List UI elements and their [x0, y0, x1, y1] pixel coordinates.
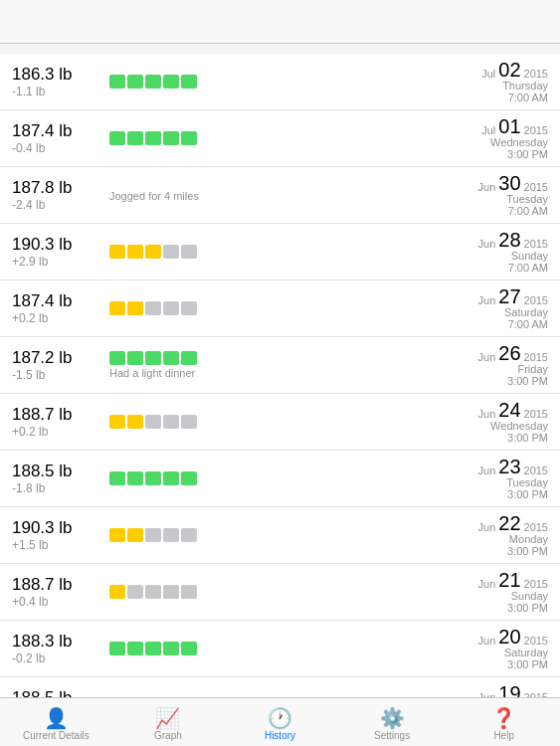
- help-icon: ❓: [491, 708, 516, 728]
- weight-delta: -0.2 lb: [12, 652, 101, 665]
- bar-segment: [163, 301, 179, 315]
- nav-bar: [0, 0, 560, 44]
- date-month: Jun: [478, 351, 496, 363]
- date-year: 2015: [524, 351, 548, 363]
- row-date: Jul012015Wednesday3:00 PM: [449, 116, 548, 160]
- weight-value: 188.5 lb: [12, 462, 101, 481]
- bar-segment: [109, 351, 125, 365]
- table-row[interactable]: 188.5 lb-1.8 lbJun232015Tuesday3:00 PM: [0, 451, 560, 507]
- weight-value: 190.3 lb: [12, 235, 101, 255]
- date-day: 28: [498, 230, 520, 250]
- tab-bar: 👤Current Details📈Graph🕐History⚙️Settings…: [0, 697, 560, 746]
- date-day: 20: [498, 627, 520, 647]
- bar-segment: [127, 415, 143, 429]
- bar-segment: [163, 585, 179, 599]
- row-date: Jun302015Tuesday7:00 AM: [449, 173, 548, 217]
- row-date: Jun192015Friday3:00 PM: [449, 683, 548, 697]
- bar-segment: [163, 351, 179, 365]
- date-time: 7:00 AM: [508, 205, 548, 217]
- table-row[interactable]: 187.4 lb-0.4 lbJul012015Wednesday3:00 PM: [0, 110, 560, 167]
- date-weekday: Wednesday: [490, 420, 548, 432]
- bar-segment: [127, 75, 143, 89]
- tab-label: Help: [493, 730, 514, 741]
- bar-segment: [109, 245, 125, 259]
- bar-chart: [109, 585, 197, 599]
- date-year: 2015: [524, 181, 548, 193]
- bar-segment: [145, 245, 161, 259]
- bar-segment: [145, 471, 161, 485]
- date-weekday: Sunday: [511, 590, 548, 602]
- row-date: Jun282015Sunday7:00 AM: [449, 230, 548, 274]
- bar-segment: [109, 415, 125, 429]
- date-month: Jun: [478, 578, 496, 590]
- weight-value: 188.5 lb: [12, 688, 101, 697]
- bar-segment: [145, 585, 161, 599]
- bar-segment: [127, 528, 143, 542]
- date-weekday: Monday: [509, 533, 548, 545]
- tab-item-current-details[interactable]: 👤Current Details: [0, 704, 112, 741]
- bar-segment: [127, 245, 143, 259]
- table-row[interactable]: 186.3 lb-1.1 lbJul022015Thursday7:00 AM: [0, 54, 560, 110]
- date-day: 22: [498, 513, 520, 533]
- graph-icon: 📈: [155, 708, 180, 728]
- table-row[interactable]: 188.5 lb-2.6 lbJun192015Friday3:00 PM: [0, 677, 560, 697]
- weight-delta: -1.5 lb: [12, 368, 101, 382]
- bar-segment: [127, 301, 143, 315]
- weight-value: 188.7 lb: [12, 575, 101, 595]
- weight-delta: +1.5 lb: [12, 538, 101, 552]
- tab-item-help[interactable]: ❓Help: [448, 704, 560, 741]
- tab-label: History: [265, 730, 295, 741]
- bar-segment: [181, 131, 197, 145]
- table-row[interactable]: 190.3 lb+2.9 lbJun282015Sunday7:00 AM: [0, 224, 560, 280]
- table-row[interactable]: 188.7 lb+0.2 lbJun242015Wednesday3:00 PM: [0, 394, 560, 451]
- bar-segment: [181, 415, 197, 429]
- weight-value: 186.3 lb: [12, 65, 101, 85]
- weight-delta: -1.8 lb: [12, 481, 101, 495]
- date-weekday: Wednesday: [490, 136, 548, 148]
- date-day: 27: [498, 286, 520, 306]
- date-time: 3:00 PM: [507, 658, 548, 670]
- date-day: 30: [498, 173, 520, 193]
- bar-segment: [181, 528, 197, 542]
- date-time: 3:00 PM: [507, 602, 548, 614]
- table-row[interactable]: 188.7 lb+0.4 lbJun212015Sunday3:00 PM: [0, 564, 560, 621]
- bar-segment: [109, 528, 125, 542]
- tab-item-history[interactable]: 🕐History: [224, 704, 336, 741]
- row-date: Jun232015Tuesday3:00 PM: [449, 457, 548, 500]
- tab-item-settings[interactable]: ⚙️Settings: [336, 704, 449, 741]
- row-note: Jogged for 4 miles: [109, 190, 199, 202]
- table-row[interactable]: 187.4 lb+0.2 lbJun272015Saturday7:00 AM: [0, 280, 560, 337]
- bar-segment: [163, 642, 179, 655]
- date-month: Jun: [478, 521, 496, 533]
- date-day: 26: [498, 343, 520, 363]
- date-year: 2015: [524, 238, 548, 250]
- tab-label: Graph: [154, 730, 182, 741]
- date-year: 2015: [524, 68, 548, 80]
- settings-icon: ⚙️: [380, 708, 405, 728]
- bar-segment: [145, 415, 161, 429]
- weight-value: 187.2 lb: [12, 348, 101, 368]
- bar-chart: [109, 528, 197, 542]
- date-day: 23: [498, 457, 520, 476]
- bar-segment: [109, 75, 125, 89]
- date-time: 7:00 AM: [508, 92, 548, 103]
- row-date: Jul022015Thursday7:00 AM: [449, 60, 548, 103]
- date-year: 2015: [524, 124, 548, 136]
- bar-segment: [127, 471, 143, 485]
- date-day: 19: [498, 683, 520, 697]
- table-row[interactable]: 188.3 lb-0.2 lbJun202015Saturday3:00 PM: [0, 621, 560, 677]
- date-time: 7:00 AM: [508, 318, 548, 330]
- row-note: Had a light dinner: [109, 367, 195, 379]
- date-day: 21: [498, 570, 520, 590]
- table-row[interactable]: 187.2 lb-1.5 lbHad a light dinnerJun2620…: [0, 337, 560, 394]
- date-day: 24: [498, 400, 520, 420]
- table-row[interactable]: 187.8 lb-2.4 lbJogged for 4 milesJun3020…: [0, 167, 560, 224]
- date-month: Jun: [478, 408, 496, 420]
- weight-delta: +0.4 lb: [12, 595, 101, 609]
- row-date: Jun222015Monday3:00 PM: [449, 513, 548, 557]
- date-year: 2015: [524, 635, 548, 647]
- table-row[interactable]: 190.3 lb+1.5 lbJun222015Monday3:00 PM: [0, 507, 560, 564]
- tab-item-graph[interactable]: 📈Graph: [112, 704, 225, 741]
- bar-segment: [163, 471, 179, 485]
- row-date: Jun262015Friday3:00 PM: [449, 343, 548, 387]
